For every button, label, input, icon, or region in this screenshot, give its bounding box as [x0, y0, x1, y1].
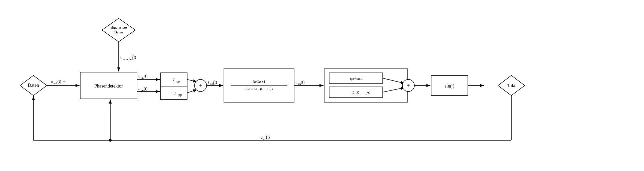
filter-den: R₁C₁C₂s²+(C₁+C₂)s: [245, 87, 273, 91]
ipp-label: I: [173, 77, 175, 82]
kv-slash-s: /s: [367, 90, 370, 95]
phasendetektor-label: Phasendetektor: [94, 83, 123, 89]
u-dn-label: u: [138, 87, 140, 91]
u-ctr-t: (t): [301, 80, 304, 84]
diagram-container: Daten u ref (t) → Phasendetektor abgetas…: [0, 0, 644, 171]
svg-point-19: [109, 139, 112, 142]
ipp-neg-sub: pp: [178, 93, 182, 97]
kv-label: 2πK: [353, 90, 360, 95]
u-ref-t: (t) →: [57, 79, 66, 84]
sum-circle-1-label: +: [199, 82, 202, 88]
sum-circle-2-label: +: [407, 82, 410, 88]
svg-line-7: [187, 90, 197, 93]
u-ctr-label: u: [295, 80, 297, 84]
takt-label: Takt: [507, 83, 516, 88]
i-diff-label: i: [208, 80, 209, 84]
u-vco-t: (t): [266, 135, 270, 140]
u-sampled-label: u: [120, 55, 122, 59]
u-ref-sub: ref: [53, 81, 57, 85]
u-up-t: (t): [144, 74, 147, 78]
svg-line-6: [187, 79, 197, 82]
u-sampled-t: (t): [132, 55, 136, 59]
u-sampled-sub: sampled: [123, 57, 133, 61]
u-vco-label: u: [261, 135, 263, 140]
abgetastete-line2: Daten: [114, 30, 123, 34]
ipp-neg-label: −I: [172, 91, 176, 96]
filter-num: R₁C₁s+1: [253, 79, 266, 83]
u-up-label: u: [138, 74, 140, 78]
phi-label: φ₀+ω₀t: [350, 76, 362, 81]
daten-label: Daten: [28, 83, 39, 88]
ipp-sub: pp: [176, 79, 180, 83]
i-diff-t: (t): [213, 80, 217, 84]
u-ref-label: u: [51, 79, 53, 84]
sin-label: sin(·): [444, 83, 455, 89]
u-dn-t: (t): [144, 87, 147, 91]
abgetastete-line1: abgetastete: [111, 25, 127, 29]
